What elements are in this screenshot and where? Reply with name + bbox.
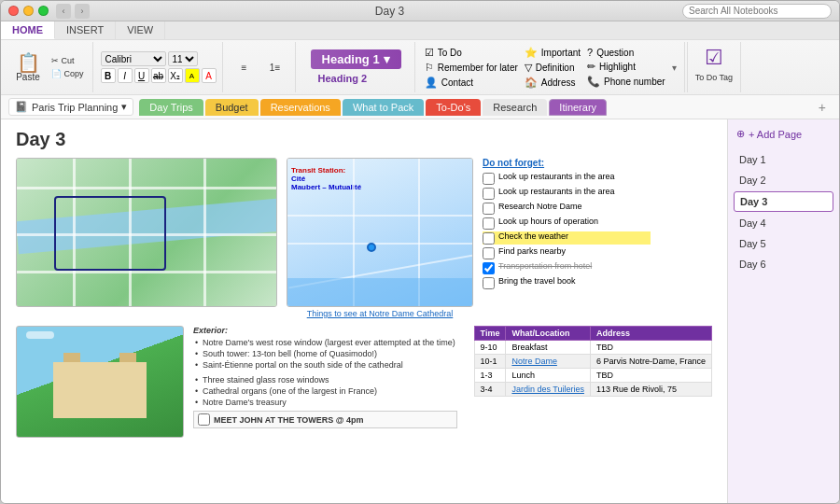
checklist-item-7: Bring the travel book [483,276,651,289]
checklist-check-1[interactable] [483,188,495,200]
map-2-bg: Transit Station: CitéMaubert – Mutualité [287,159,472,306]
notebook-selector[interactable]: 📓 Paris Trip Planning ▾ [8,98,133,116]
tab-view[interactable]: VIEW [116,21,165,39]
sidebar-page-day3[interactable]: Day 3 [734,191,833,212]
strikethrough-button[interactable]: ab [151,68,166,83]
section-tab-what-to-pack[interactable]: What to Pack [343,99,424,116]
underline-button[interactable]: U [134,68,149,83]
copy-button[interactable]: 📄 Copy [49,68,87,79]
font-controls: Calibri 11 B I U ab X₂ A A [101,51,217,83]
notebook-bar: 📓 Paris Trip Planning ▾ Day Trips Budget… [1,95,839,119]
section-tab-itinerary[interactable]: Itinerary [549,99,607,116]
search-input[interactable] [682,4,832,19]
map-2-area: Transit Station: CitéMaubert – Mutualité [287,158,473,318]
ribbon: HOME INSERT VIEW 📋 Paste ✂ Cut 📄 Copy [1,21,839,95]
tab-home[interactable]: HOME [1,21,55,39]
tag-contact[interactable]: 👤 Contact [423,76,520,90]
schedule-table: Time What/Location Address 9-10 Breakfas… [474,326,712,397]
title-bar: ‹ › Day 3 [1,1,839,21]
section-tab-reservations[interactable]: Reservations [260,99,341,116]
lower-content-row: Exterior: Notre Dame's west rose window … [16,326,712,438]
maximize-button[interactable] [38,6,49,16]
tag-todo[interactable]: ☑ To Do [423,46,520,60]
jardin-link[interactable]: Jardin des Tuileries [506,383,591,397]
heading1-button[interactable]: Heading 1 ▾ [311,49,401,69]
sidebar-page-day4[interactable]: Day 4 [734,214,833,232]
tag-remember[interactable]: ⚐ Remember for later [423,61,520,75]
checklist-item-3: Look up hours of operation [483,217,651,230]
ribbon-tab-bar: HOME INSERT VIEW [1,21,839,40]
paste-button[interactable]: 📋 Paste [10,51,46,84]
tag-question[interactable]: ? Question [585,46,667,59]
font-row-1: Calibri 11 [101,51,217,66]
heading2-button[interactable]: Heading 2 [311,71,401,86]
col-address: Address [590,327,711,341]
todo-tag-label: To Do Tag [695,73,733,82]
sidebar-page-day1[interactable]: Day 1 [734,150,833,169]
italic-button[interactable]: I [118,68,133,83]
font-row-2: B I U ab X₂ A A [101,68,217,83]
checklist-title[interactable]: Do not forget: [483,158,651,168]
tag-highlight[interactable]: ✏ Highlight [585,60,667,74]
forward-button[interactable]: › [75,4,90,19]
checklist-check-2[interactable] [483,203,495,215]
tags-area-3: ? Question ✏ Highlight 📞 Phone number [585,46,667,89]
minimize-button[interactable] [23,6,34,16]
meet-john-check[interactable] [198,413,210,426]
checklist-check-5[interactable] [483,247,495,259]
tag-address[interactable]: 🏠 Address [523,76,582,90]
tag-important[interactable]: ⭐ Important [523,46,582,60]
map-link[interactable]: Things to see at Notre Dame Cathedral [287,309,473,318]
todo-icon: ☑ [425,47,434,59]
upper-content-row: Transit Station: CitéMaubert – Mutualité [16,158,712,318]
section-tab-day-trips[interactable]: Day Trips [139,99,203,116]
checklist-item-0: Look up restaurants in the area [483,172,651,185]
bullet-5: Cathedral organs (one of the largest in … [193,386,457,396]
star-icon: ⭐ [525,47,538,59]
numbering-button[interactable]: 1≡ [261,61,289,75]
todo-tag-button[interactable]: ☑ To Do Tag [687,42,741,92]
ribbon-group-lists: ≡ 1≡ [225,42,296,92]
sidebar-page-day6[interactable]: Day 6 [734,255,833,273]
checklist-check-7[interactable] [483,277,495,289]
checklist-item-1: Look up restaurants in the area [483,187,651,200]
highlight-button[interactable]: A [185,68,200,83]
more-tags-button[interactable]: ▾ [670,61,679,75]
ribbon-group-paste: 📋 Paste ✂ Cut 📄 Copy [5,42,93,92]
church-image [16,326,184,438]
heading-arrow-icon: ▾ [384,52,390,66]
section-tabs: Day Trips Budget Reservations What to Pa… [139,99,812,116]
font-color-button[interactable]: A [202,68,217,83]
section-tab-research[interactable]: Research [483,99,547,116]
section-tab-todos[interactable]: To-Do's [426,99,481,116]
heading-area: Heading 1 ▾ Heading 2 [303,49,409,86]
subscript-button[interactable]: X₂ [168,68,183,83]
remember-icon: ⚐ [425,62,434,74]
add-page-button[interactable]: ⊕ + Add Page [734,125,833,143]
font-family-select[interactable]: Calibri [101,51,166,66]
sidebar-page-day5[interactable]: Day 5 [734,234,833,253]
app-window: ‹ › Day 3 HOME INSERT VIEW 📋 Paste ✂ Cut… [0,0,840,504]
tab-insert[interactable]: INSERT [55,21,116,39]
window-title: Day 3 [97,5,682,18]
notre-dame-link[interactable]: Notre Dame [506,355,591,369]
checklist-area: Do not forget: Look up restaurants in th… [483,158,651,318]
checklist-check-6[interactable] [483,262,495,274]
tag-definition[interactable]: ▽ Definition [523,61,582,75]
section-tab-budget[interactable]: Budget [205,99,259,116]
cut-button[interactable]: ✂ Cut [49,55,87,66]
font-size-select[interactable]: 11 [168,51,198,66]
checklist-item-2: Research Notre Dame [483,202,651,215]
checklist-check-0[interactable] [483,173,495,185]
checklist-check-3[interactable] [483,217,495,230]
ribbon-group-font: Calibri 11 B I U ab X₂ A A [95,42,223,92]
add-section-button[interactable]: + [813,98,832,117]
bullets-button[interactable]: ≡ [231,61,259,75]
exterior-notes: Exterior: Notre Dame's west rose window … [193,326,457,438]
tag-phone[interactable]: 📞 Phone number [585,75,667,89]
close-button[interactable] [8,6,19,16]
checklist-check-4[interactable] [483,232,495,245]
back-button[interactable]: ‹ [56,4,71,19]
bold-button[interactable]: B [101,68,116,83]
sidebar-page-day2[interactable]: Day 2 [734,171,833,189]
